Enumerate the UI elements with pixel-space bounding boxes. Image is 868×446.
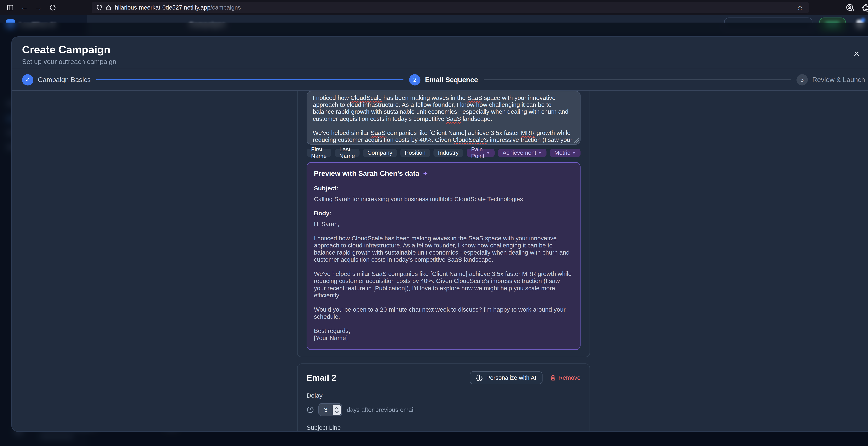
url-bar[interactable]: hilarious-meerkat-0de527.netlify.app/cam… <box>92 2 809 13</box>
bookmark-star-icon[interactable]: ☆ <box>796 3 804 12</box>
remove-email-button[interactable]: Remove <box>550 374 581 381</box>
step1-check-icon: ✓ <box>22 74 33 85</box>
step-connector-upcoming <box>484 79 791 80</box>
email2-title: Email 2 <box>307 373 470 382</box>
delay-days-input[interactable]: 3 <box>318 403 342 416</box>
resize-handle[interactable] <box>574 138 579 143</box>
sidebar-toggle-icon[interactable] <box>6 3 15 12</box>
subject-line-label: Subject Line <box>307 424 581 431</box>
email1-body-textarea[interactable]: I noticed how CloudScale has been making… <box>307 91 581 145</box>
step2-number: 2 <box>409 74 421 85</box>
modal-body[interactable]: I noticed how CloudScale has been making… <box>12 91 868 432</box>
shield-icon[interactable] <box>96 4 102 11</box>
sparkle-icon: ✦ <box>423 170 428 177</box>
stepper: ✓ Campaign Basics 2 Email Sequence 3 Rev… <box>12 69 868 91</box>
personalize-with-ai-button[interactable]: Personalize with AI <box>470 371 542 384</box>
sparkle-icon: ✦ <box>486 150 490 156</box>
ai-tag-achievement[interactable]: Achievement✦ <box>498 148 547 157</box>
merge-tag-row: First Name Last Name Company Position In… <box>307 148 581 157</box>
preview-body-label: Body: <box>314 210 573 217</box>
reload-icon[interactable] <box>48 3 57 12</box>
step-review-launch[interactable]: 3 Review & Launch <box>797 74 865 85</box>
sparkle-icon: ✦ <box>538 150 542 156</box>
delay-label: Delay <box>307 392 581 399</box>
step-email-sequence[interactable]: 2 Email Sequence <box>409 74 478 85</box>
preview-body-text: Hi Sarah, I noticed how CloudScale has b… <box>314 220 573 341</box>
url-text: hilarious-meerkat-0de527.netlify.app/cam… <box>115 4 792 11</box>
preview-subject-label: Subject: <box>314 185 573 192</box>
email1-card: I noticed how CloudScale has been making… <box>297 91 590 357</box>
browser-toolbar: ← → hilarious-meerkat-0de527.netlify.app… <box>0 0 868 15</box>
account-icon[interactable] <box>846 3 854 12</box>
merge-tag-company[interactable]: Company <box>363 148 397 157</box>
back-icon[interactable]: ← <box>20 3 29 12</box>
step-connector-complete <box>96 79 403 80</box>
lock-icon[interactable] <box>106 4 112 11</box>
create-campaign-modal: Create Campaign Set up your outreach cam… <box>11 36 868 432</box>
modal-title: Create Campaign <box>22 43 865 56</box>
clock-icon <box>307 406 314 413</box>
modal-subtitle: Set up your outreach campaign <box>22 58 865 66</box>
step-campaign-basics[interactable]: ✓ Campaign Basics <box>22 74 91 85</box>
email2-card: Email 2 Personalize with AI Remove Delay <box>297 364 590 432</box>
modal-header: Create Campaign Set up your outreach cam… <box>12 37 868 69</box>
step3-number: 3 <box>797 74 808 85</box>
number-spinner[interactable] <box>333 405 341 415</box>
ai-tag-pain-point[interactable]: Pain Point✦ <box>467 148 495 157</box>
preview-card: Preview with Sarah Chen's data ✦ Subject… <box>307 162 581 350</box>
preview-subject-text: Calling Sarah for increasing your busine… <box>314 196 573 203</box>
merge-tag-first-name[interactable]: First Name <box>307 148 332 157</box>
close-icon[interactable]: ✕ <box>852 49 861 59</box>
forward-icon[interactable]: → <box>34 3 43 12</box>
extensions-icon[interactable] <box>862 4 868 12</box>
delay-suffix-text: days after previous email <box>347 406 414 413</box>
merge-tag-position[interactable]: Position <box>400 148 430 157</box>
merge-tag-last-name[interactable]: Last Name <box>335 148 360 157</box>
screen: ← → hilarious-meerkat-0de527.netlify.app… <box>0 0 868 446</box>
brain-icon <box>476 374 483 381</box>
ai-tag-metric[interactable]: Metric✦ <box>550 148 580 157</box>
trash-icon <box>550 375 556 381</box>
sparkle-icon: ✦ <box>572 150 576 156</box>
preview-title: Preview with Sarah Chen's data ✦ <box>314 169 573 178</box>
merge-tag-industry[interactable]: Industry <box>433 148 463 157</box>
